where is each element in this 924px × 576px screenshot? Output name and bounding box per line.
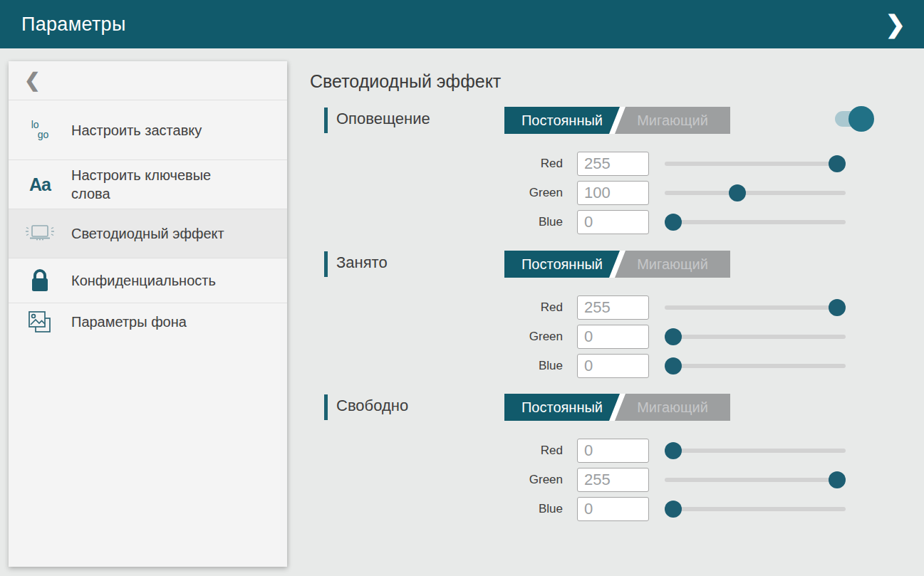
app-bar: Параметры ❯	[0, 0, 924, 48]
blue-slider[interactable]	[665, 210, 846, 234]
red-value-input[interactable]	[577, 152, 649, 176]
switch-knob	[848, 106, 874, 132]
section-busy: Занято Постоянный Мигающий Red Green Blu…	[324, 251, 862, 383]
channel-label: Blue	[324, 215, 563, 229]
red-slider[interactable]	[665, 295, 846, 320]
section-title: Занято	[336, 253, 388, 272]
slider-thumb[interactable]	[665, 328, 682, 345]
mode-constant-button[interactable]: Постоянный	[504, 251, 620, 278]
slider-track	[665, 449, 846, 453]
sidebar-item-privacy[interactable]: Конфиденциальность	[9, 258, 287, 303]
slider-thumb[interactable]	[665, 501, 682, 518]
mode-constant-button[interactable]: Постоянный	[504, 107, 620, 134]
red-value-input[interactable]	[577, 295, 649, 320]
channel-label: Red	[324, 444, 563, 458]
sidebar-item-label: Настроить ключевые слова	[71, 166, 239, 203]
mode-toggle: Постоянный Мигающий	[504, 251, 730, 278]
keywords-icon: Aa	[9, 174, 71, 195]
sidebar-back-button[interactable]: ❮	[9, 61, 287, 100]
sidebar-item-label: Конфиденциальность	[71, 271, 216, 290]
section-accent-bar	[324, 251, 328, 277]
channel-row-red: Red	[324, 152, 862, 176]
mode-toggle: Постоянный Мигающий	[504, 394, 730, 421]
red-slider[interactable]	[665, 152, 846, 176]
led-effect-panel: Светодиодный эффект Оповещение Постоянны…	[310, 61, 880, 576]
sidebar-item-background[interactable]: Параметры фона	[9, 303, 287, 340]
blue-value-input[interactable]	[577, 497, 649, 521]
blue-value-input[interactable]	[577, 210, 649, 234]
slider-thumb[interactable]	[829, 299, 846, 316]
channel-row-green: Green	[324, 325, 862, 349]
led-effect-icon	[9, 221, 71, 246]
sidebar-item-keywords[interactable]: Aa Настроить ключевые слова	[9, 159, 287, 209]
sidebar-item-screensaver[interactable]: lo go Настроить заставку	[9, 100, 287, 159]
section-alert: Оповещение Постоянный Мигающий Red Green	[324, 107, 862, 239]
channel-row-blue: Blue	[324, 354, 862, 378]
slider-track	[665, 191, 846, 195]
channel-label: Blue	[324, 359, 563, 373]
slider-track	[665, 364, 846, 368]
settings-sidebar: ❮ lo go Настроить заставку Aa Настроить …	[9, 61, 287, 567]
channel-row-red: Red	[324, 295, 862, 320]
lock-icon	[9, 268, 71, 293]
channel-label: Red	[324, 157, 563, 171]
back-chevron-icon: ❮	[24, 71, 41, 90]
red-value-input[interactable]	[577, 439, 649, 463]
channel-row-blue: Blue	[324, 210, 862, 234]
section-accent-bar	[324, 394, 328, 420]
blue-slider[interactable]	[665, 354, 846, 378]
enable-switch[interactable]	[835, 103, 876, 135]
slider-thumb[interactable]	[665, 357, 682, 375]
logo-icon: lo go	[9, 120, 71, 140]
slider-track	[665, 305, 846, 310]
slider-thumb[interactable]	[665, 442, 682, 459]
blue-value-input[interactable]	[577, 354, 649, 378]
green-slider[interactable]	[665, 181, 846, 205]
channel-label: Green	[324, 330, 563, 344]
forward-chevron-icon[interactable]: ❯	[880, 9, 912, 39]
section-accent-bar	[324, 108, 328, 133]
slider-thumb[interactable]	[829, 155, 846, 172]
sidebar-item-led-effect[interactable]: Светодиодный эффект	[9, 209, 287, 258]
slider-track	[665, 162, 846, 166]
green-value-input[interactable]	[577, 325, 649, 349]
section-title: Оповещение	[336, 110, 430, 128]
slider-thumb[interactable]	[665, 214, 682, 231]
slider-track	[665, 220, 846, 224]
channel-label: Green	[324, 473, 563, 487]
channel-label: Red	[324, 300, 563, 315]
mode-constant-button[interactable]: Постоянный	[504, 394, 620, 421]
green-slider[interactable]	[665, 325, 846, 349]
blue-slider[interactable]	[665, 497, 846, 521]
content-title: Светодиодный эффект	[310, 71, 880, 92]
channel-row-red: Red	[324, 439, 862, 463]
channel-row-green: Green	[324, 181, 862, 205]
green-value-input[interactable]	[577, 181, 649, 205]
section-free: Свободно Постоянный Мигающий Red Green B…	[324, 394, 862, 526]
sidebar-item-label: Параметры фона	[71, 313, 187, 331]
mode-blinking-button[interactable]: Мигающий	[615, 394, 730, 421]
slider-thumb[interactable]	[729, 184, 746, 201]
sidebar-item-label: Светодиодный эффект	[71, 224, 224, 243]
green-slider[interactable]	[665, 468, 846, 492]
background-icon	[9, 309, 71, 335]
mode-blinking-button[interactable]: Мигающий	[615, 107, 730, 134]
sidebar-item-label: Настроить заставку	[71, 121, 202, 140]
channel-row-blue: Blue	[324, 497, 862, 521]
page-title: Параметры	[21, 14, 126, 36]
section-title: Свободно	[336, 397, 408, 415]
red-slider[interactable]	[665, 439, 846, 463]
slider-thumb[interactable]	[829, 471, 846, 488]
slider-track	[665, 478, 846, 482]
channel-label: Green	[324, 186, 563, 200]
mode-toggle: Постоянный Мигающий	[504, 107, 730, 134]
slider-track	[665, 335, 846, 339]
channel-row-green: Green	[324, 468, 862, 492]
slider-track	[665, 507, 846, 511]
channel-label: Blue	[324, 502, 563, 516]
mode-blinking-button[interactable]: Мигающий	[615, 251, 730, 278]
green-value-input[interactable]	[577, 468, 649, 492]
